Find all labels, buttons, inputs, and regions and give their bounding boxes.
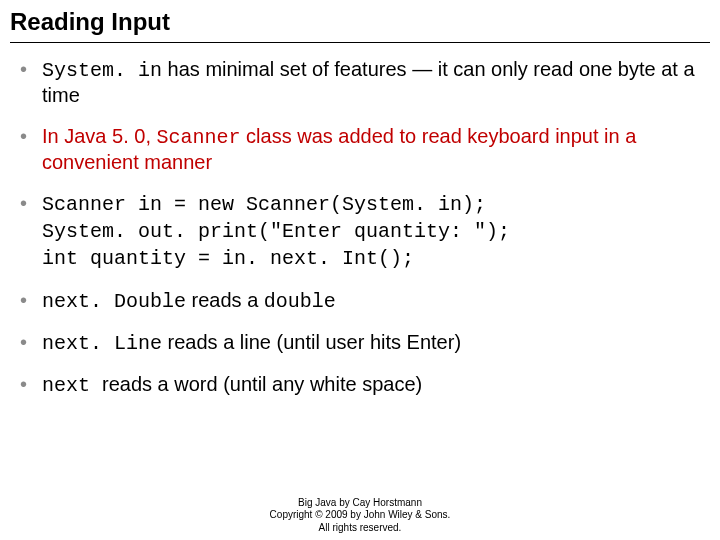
code-block: Scanner in = new Scanner(System. in); Sy… (42, 191, 704, 272)
code-next: next (42, 374, 102, 397)
bullet-6-rest: reads a word (until any white space) (102, 373, 422, 395)
code-double: double (264, 290, 336, 313)
bullet-1: System. in has minimal set of features —… (18, 57, 704, 108)
footer: Big Java by Cay Horstmann Copyright © 20… (0, 497, 720, 535)
page-title: Reading Input (10, 8, 710, 43)
bullet-4-mid: reads a (186, 289, 264, 311)
bullet-5: next. Line reads a line (until user hits… (18, 330, 704, 356)
bullet-4: next. Double reads a double (18, 288, 704, 314)
footer-line-3: All rights reserved. (0, 522, 720, 535)
slide: Reading Input System. in has minimal set… (0, 0, 720, 540)
code-next-line: next. Line (42, 332, 162, 355)
code-next-double: next. Double (42, 290, 186, 313)
footer-line-1: Big Java by Cay Horstmann (0, 497, 720, 510)
bullet-3: Scanner in = new Scanner(System. in); Sy… (18, 191, 704, 272)
bullet-6: next reads a word (until any white space… (18, 372, 704, 398)
footer-line-2: Copyright © 2009 by John Wiley & Sons. (0, 509, 720, 522)
bullet-2-pre: In Java 5. 0, (42, 125, 157, 147)
code-system-in: System. in (42, 59, 162, 82)
code-scanner: Scanner (157, 126, 241, 149)
bullet-2: In Java 5. 0, Scanner class was added to… (18, 124, 704, 175)
bullet-5-rest: reads a line (until user hits Enter) (162, 331, 461, 353)
bullet-list: System. in has minimal set of features —… (10, 57, 710, 398)
